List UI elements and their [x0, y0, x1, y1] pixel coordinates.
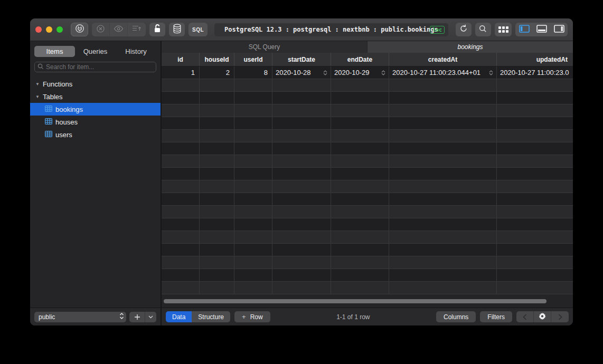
cell-startDate[interactable] — [272, 282, 331, 294]
column-header-id[interactable]: id — [162, 53, 200, 66]
cell-startDate[interactable] — [272, 193, 331, 205]
cell-createdAt[interactable] — [389, 168, 497, 180]
cell-id[interactable] — [162, 79, 200, 91]
next-page-button[interactable] — [551, 311, 569, 322]
cell-id[interactable] — [162, 206, 200, 218]
cell-endDate[interactable] — [331, 206, 389, 218]
cell-endDate[interactable] — [331, 269, 389, 281]
horizontal-scrollbar[interactable] — [164, 299, 547, 303]
column-header-userId[interactable]: userId — [234, 53, 272, 66]
cell-startDate[interactable] — [272, 117, 331, 129]
cell-updatedAt[interactable] — [497, 92, 573, 104]
cell-id[interactable] — [162, 92, 200, 104]
cell-userId[interactable]: 8 — [234, 66, 272, 79]
cell-id[interactable] — [162, 142, 200, 155]
cell-endDate[interactable] — [331, 117, 389, 129]
cell-id[interactable] — [162, 256, 200, 269]
cell-startDate[interactable] — [272, 142, 331, 155]
cell-startDate[interactable] — [272, 269, 331, 281]
toggle-bottom-panel-button[interactable] — [533, 23, 550, 36]
cell-updatedAt[interactable] — [497, 180, 573, 193]
view-toggle-data[interactable]: Data — [166, 311, 192, 322]
cell-houseId[interactable] — [200, 104, 234, 117]
cell-houseId[interactable] — [200, 142, 234, 155]
minimize-window-button[interactable] — [46, 26, 52, 33]
cell-userId[interactable] — [234, 256, 272, 269]
cell-updatedAt[interactable] — [497, 244, 573, 256]
cell-houseId[interactable] — [200, 269, 234, 281]
cell-createdAt[interactable] — [389, 206, 497, 218]
lock-button[interactable] — [149, 23, 165, 36]
cell-id[interactable] — [162, 231, 200, 243]
cell-userId[interactable] — [234, 180, 272, 193]
tab-bookings[interactable]: bookings — [368, 41, 573, 53]
cell-userId[interactable] — [234, 155, 272, 167]
commit-log-button[interactable] — [128, 23, 146, 36]
cell-updatedAt[interactable] — [497, 193, 573, 205]
empty-row[interactable] — [162, 117, 573, 130]
cell-id[interactable] — [162, 269, 200, 281]
cell-userId[interactable] — [234, 79, 272, 91]
cell-createdAt[interactable] — [389, 92, 497, 104]
cell-houseId[interactable] — [200, 180, 234, 193]
cell-endDate[interactable] — [331, 218, 389, 231]
empty-row[interactable] — [162, 180, 573, 193]
cell-endDate[interactable] — [331, 256, 389, 269]
cell-userId[interactable] — [234, 269, 272, 281]
empty-row[interactable] — [162, 282, 573, 294]
empty-row[interactable] — [162, 155, 573, 168]
empty-row[interactable] — [162, 79, 573, 92]
cell-id[interactable] — [162, 193, 200, 205]
refresh-button[interactable] — [456, 23, 472, 36]
column-header-houseId[interactable]: houseId — [200, 53, 234, 66]
cell-endDate[interactable]: 2020-10-29 — [331, 66, 389, 79]
cell-startDate[interactable] — [272, 256, 331, 269]
cell-endDate[interactable] — [331, 180, 389, 193]
database-button[interactable] — [169, 23, 185, 36]
cell-houseId[interactable] — [200, 231, 234, 243]
sql-query-button[interactable]: SQL — [189, 23, 207, 36]
cell-id[interactable]: 1 — [162, 66, 200, 79]
cell-updatedAt[interactable] — [497, 269, 573, 281]
cell-updatedAt[interactable] — [497, 79, 573, 91]
cell-createdAt[interactable] — [389, 282, 497, 294]
cell-userId[interactable] — [234, 104, 272, 117]
cell-endDate[interactable] — [331, 79, 389, 91]
cell-houseId[interactable] — [200, 130, 234, 142]
empty-row[interactable] — [162, 269, 573, 282]
cell-createdAt[interactable] — [389, 117, 497, 129]
cell-startDate[interactable] — [272, 79, 331, 91]
tree-section-tables[interactable]: ▼ Tables — [30, 90, 161, 103]
column-header-endDate[interactable]: endDate — [331, 53, 389, 66]
settings-button[interactable] — [534, 311, 551, 322]
cell-userId[interactable] — [234, 92, 272, 104]
cell-endDate[interactable] — [331, 282, 389, 294]
cell-id[interactable] — [162, 104, 200, 117]
cell-updatedAt[interactable] — [497, 104, 573, 117]
cell-createdAt[interactable] — [389, 269, 497, 281]
zoom-window-button[interactable] — [56, 26, 63, 33]
cell-createdAt[interactable] — [389, 218, 497, 231]
previous-page-button[interactable] — [516, 311, 534, 322]
cell-startDate[interactable] — [272, 231, 331, 243]
cell-id[interactable] — [162, 168, 200, 180]
cell-houseId[interactable] — [200, 79, 234, 91]
cell-createdAt[interactable] — [389, 244, 497, 256]
cell-updatedAt[interactable] — [497, 142, 573, 155]
cell-createdAt[interactable]: 2020-10-27 11:00:23.044+01 — [389, 66, 497, 79]
cell-startDate[interactable] — [272, 206, 331, 218]
toggle-right-panel-button[interactable] — [550, 23, 568, 36]
table-row[interactable]: 1282020-10-282020-10-292020-10-27 11:00:… — [162, 66, 573, 79]
cell-updatedAt[interactable] — [497, 231, 573, 243]
cell-endDate[interactable] — [331, 231, 389, 243]
sidebar-item-users[interactable]: users — [30, 128, 161, 141]
cell-stepper[interactable] — [379, 70, 385, 75]
cell-updatedAt[interactable]: 2020-10-27 11:00:23.0 — [497, 66, 573, 79]
search-button[interactable] — [475, 23, 491, 36]
sidebar-item-bookings[interactable]: bookings — [30, 103, 161, 116]
filters-button[interactable]: Filters — [480, 311, 512, 322]
cell-houseId[interactable] — [200, 282, 234, 294]
empty-row[interactable] — [162, 244, 573, 256]
column-header-createdAt[interactable]: createdAt — [389, 53, 497, 66]
cell-houseId[interactable] — [200, 92, 234, 104]
